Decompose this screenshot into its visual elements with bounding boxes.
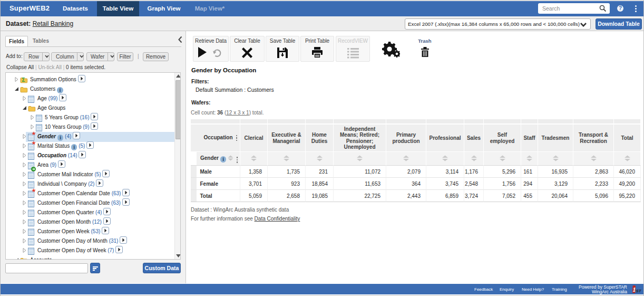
- svg-text:ST: ST: [636, 289, 642, 293]
